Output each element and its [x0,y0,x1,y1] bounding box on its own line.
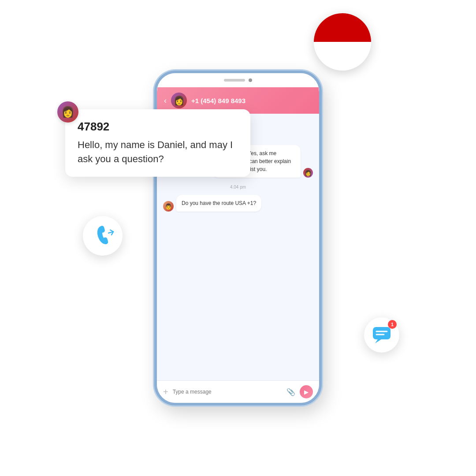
send-button[interactable]: ▶ [300,385,313,398]
incoming-avatar-emoji: 👨 [165,203,172,210]
phone-outgoing-icon [89,221,117,251]
camera [249,78,252,82]
popup-avatar-emoji: 👩 [61,106,74,118]
back-button[interactable]: ‹ [164,96,167,105]
scene: 👩 47892 Hello, my name is Daniel, and ma… [0,0,476,476]
phone-notch [157,73,319,87]
incoming-bubble: Do you have the route USA +1? [176,195,261,212]
paperclip-icon[interactable]: 📎 [286,388,295,396]
message-row-incoming: 👨 Do you have the route USA +1? [163,195,313,212]
add-attachment-button[interactable]: + [163,387,168,397]
popup-id: 47892 [78,120,238,134]
popup-text: Hello, my name is Daniel, and may I ask … [78,138,238,166]
notification-badge: 1 [388,320,397,329]
popup-avatar: 👩 [57,101,78,123]
contact-phone-number: +1 (454) 849 8493 [191,97,312,104]
outgoing-avatar-emoji: 👩 [305,170,312,176]
chat-input-bar: + 📎 ▶ [157,380,319,403]
speaker [224,79,245,82]
outgoing-avatar: 👩 [303,168,313,178]
svg-rect-1 [373,327,390,339]
flag-top-half [314,13,371,42]
svg-marker-2 [375,339,381,343]
call-bubble [83,216,123,256]
send-icon: ▶ [304,389,309,395]
flag-bottom-half [314,42,371,71]
flag-circle [314,13,371,71]
timestamp-2: 4.04 pm [163,185,313,190]
chat-bubble-svg [372,327,391,343]
message-input[interactable] [173,389,282,395]
contact-avatar: 👩 [171,93,187,108]
popup-card: 👩 47892 Hello, my name is Daniel, and ma… [65,109,250,177]
contact-avatar-emoji: 👩 [174,96,185,105]
chat-notification-bubble: 1 [364,317,399,353]
incoming-avatar: 👨 [163,201,174,212]
